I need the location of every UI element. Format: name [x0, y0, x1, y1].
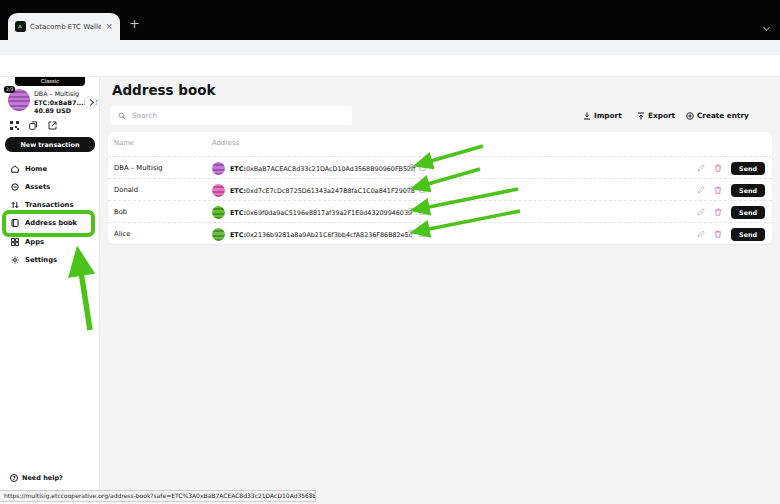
new-transaction-button[interactable]: New transaction [5, 137, 95, 152]
sidebar-item-home[interactable]: Home [11, 163, 47, 175]
edit-pencil-icon[interactable] [697, 230, 705, 238]
delete-trash-icon[interactable] [714, 186, 722, 194]
entry-identicon [212, 184, 225, 197]
browser-tab-bar: Catacomb ETC Wallet – Addre × + [0, 0, 780, 40]
entry-address: ETC:0x2136b9281a8a9Ab21C6f3bb4cfA8236F86… [230, 231, 412, 239]
import-label: Import [594, 111, 622, 120]
delete-trash-icon[interactable] [714, 208, 722, 216]
tab-title: Catacomb ETC Wallet – Addre [30, 23, 101, 31]
send-button[interactable]: Send [731, 184, 765, 197]
home-icon [11, 165, 19, 173]
sidebar-item-assets[interactable]: Assets [11, 181, 50, 193]
need-help-label: Need help? [22, 474, 63, 482]
sidebar-item-label: Home [25, 165, 47, 173]
entry-name: DBA – Multisig [114, 164, 163, 172]
window-chevron-down-icon[interactable] [764, 15, 769, 34]
browser-tab[interactable]: Catacomb ETC Wallet – Addre × [8, 13, 120, 40]
sidebar-item-label: Assets [25, 183, 50, 191]
sidebar-item-label: Apps [25, 238, 44, 246]
copy-icon[interactable] [407, 230, 414, 237]
edit-pencil-icon[interactable] [697, 208, 705, 216]
export-button[interactable]: Export [637, 111, 675, 120]
new-tab-button[interactable]: + [129, 17, 140, 30]
annotation-highlight-box: Address book ☝ [2, 210, 95, 237]
plus-circle-icon [686, 112, 694, 120]
table-row: Donald ETC:0xd7cE7cDc8725D61343a247B8faC… [108, 178, 772, 200]
entry-name: Donald [114, 186, 138, 194]
sidebar-item-label: Settings [25, 256, 57, 264]
copy-icon[interactable] [407, 208, 414, 215]
address-book-icon [11, 219, 19, 227]
sidebar-item-apps[interactable]: Apps [11, 236, 44, 248]
external-link-icon[interactable] [419, 164, 426, 171]
address-book-table: Name Address DBA – Multisig ETC:0xBaB7AC… [108, 132, 772, 244]
app-header: ETC Cooperative MetaMask @ Classic ETC:0… [0, 55, 780, 77]
browser-toolbar: ← → ⟳ ⌂ multisig.etccooperative.org /add… [0, 40, 780, 56]
entry-address: ETC:0xd7cE7cDc8725D61343a247B8faC1C0a841… [230, 187, 415, 195]
import-icon [583, 112, 591, 120]
entry-name: Bob [114, 208, 127, 216]
table-row: Alice ETC:0x2136b9281a8a9Ab21C6f3bb4cfA8… [108, 222, 772, 244]
send-button[interactable]: Send [731, 228, 765, 241]
qr-code-icon[interactable] [8, 119, 20, 131]
entry-identicon [212, 162, 225, 175]
coin-icon [11, 183, 19, 191]
threshold-badge: 2/3 [4, 86, 15, 93]
screenshot: Catacomb ETC Wallet – Addre × + ← → ⟳ ⌂ … [0, 0, 780, 504]
page-title: Address book [112, 82, 216, 98]
tab-favicon-icon [15, 21, 26, 32]
edit-pencil-icon[interactable] [697, 164, 705, 172]
column-header-address: Address [212, 139, 239, 147]
create-entry-label: Create entry [697, 111, 749, 120]
main-content: Address book Search Import Export [100, 77, 780, 504]
external-link-icon[interactable] [419, 186, 426, 193]
external-link-icon[interactable] [419, 230, 426, 237]
create-entry-button[interactable]: Create entry [686, 111, 749, 120]
send-button[interactable]: Send [731, 206, 765, 219]
edit-pencil-icon[interactable] [697, 186, 705, 194]
entry-identicon [212, 206, 225, 219]
tab-close-icon[interactable]: × [105, 22, 113, 31]
send-button[interactable]: Send [731, 162, 765, 175]
transactions-icon [11, 201, 19, 209]
copy-icon[interactable] [407, 186, 414, 193]
need-help-link[interactable]: ? Need help? [10, 474, 63, 482]
external-link-icon[interactable] [419, 208, 426, 215]
sidebar-item-settings[interactable]: Settings [11, 254, 57, 266]
entry-identicon [212, 228, 225, 241]
entry-address: ETC:0xBaB7ACEAC8d33c21DAcD10Ad3568B90960… [230, 165, 416, 173]
apps-grid-icon [11, 238, 19, 246]
open-explorer-icon[interactable] [46, 119, 58, 131]
search-input[interactable]: Search [110, 106, 352, 125]
safe-switcher-chevron[interactable] [84, 96, 97, 109]
table-row: Bob ETC:0x69f0da9aC5196e8817af39a2F1E0d4… [108, 200, 772, 222]
import-button[interactable]: Import [583, 111, 622, 120]
search-placeholder: Search [132, 111, 157, 120]
copy-address-icon[interactable] [27, 119, 39, 131]
cursor-hand-icon: ☝ [66, 217, 71, 227]
entry-name: Alice [114, 230, 130, 238]
sidebar-item-label: Transactions [25, 201, 73, 209]
search-icon [118, 112, 126, 120]
gear-icon [11, 256, 19, 264]
sidebar: Classic 2/3 DBA – Multisig ETC:0xBaB7...… [0, 77, 100, 504]
delete-trash-icon[interactable] [714, 164, 722, 172]
environment-banner: Classic [15, 77, 85, 86]
entry-address: ETC:0x69f0da9aC5196e8817af39a2F1E0d43209… [230, 209, 412, 217]
column-header-name: Name [114, 139, 134, 147]
safe-balance: 40.89 USD [34, 107, 71, 114]
table-row: DBA – Multisig ETC:0xBaB7ACEAC8d33c21DAc… [108, 156, 772, 178]
question-mark-icon: ? [10, 474, 18, 482]
safe-name: DBA – Multisig [34, 90, 79, 97]
copy-icon[interactable] [407, 164, 414, 171]
delete-trash-icon[interactable] [714, 230, 722, 238]
export-label: Export [648, 111, 675, 120]
export-icon [637, 112, 645, 120]
browser-status-bar: https://multisig.etccooperative.org/addr… [0, 490, 316, 502]
